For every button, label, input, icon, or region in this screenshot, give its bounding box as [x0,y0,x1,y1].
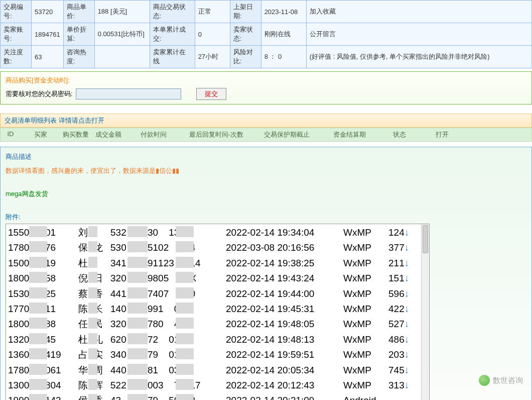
label-risk: 风险对比: [230,46,261,68]
description-panel: 商品描述 数据详情看图，感兴趣的来，便宜出了，数据来源是▮信公▮▮ mega网盘… [0,147,532,400]
value-list-date: 2023-11-08 [261,1,306,23]
value-watch: 63 [32,46,64,68]
product-info-table: 交易编号: 53720 商品单价: 188 [美元] 商品交易状态: 正常 上架… [0,0,532,68]
data-row: 1300008804陈0辉522000200300700172022-02-14… [8,378,427,393]
value-consult [94,46,150,68]
label-seller-status: 卖家状态: [230,23,261,46]
label-list-date: 上架日期: [230,1,261,23]
scroll-thumb[interactable] [423,225,428,253]
description-text: 数据详情看图，感兴趣的来，便宜出了，数据来源是▮信公▮▮ [6,166,526,175]
label-trade-id: 交易编号: [1,1,32,23]
detail-list-header[interactable]: 交易清单明细列表 详情请点击打开 [0,114,532,128]
data-row: 177000511陈0长1400009991000362022-02-14 19… [8,302,427,317]
label-watch: 关注度数: [1,46,32,68]
data-row: 178000776保0龙53000005102000142022-03-08 2… [8,240,427,255]
purchase-title: 商品购买[资金变动时]: [6,76,526,85]
label-price: 商品单价: [63,1,94,23]
text-risk-note: (好评值 : 风险值, 仅供参考, 单个买家指出的风险并非绝对风险) [306,46,531,68]
data-row: 1780006061华0周4400009810003532022-02-14 2… [8,363,427,378]
data-row: 1360000419占0实340000979000162022-02-14 19… [8,347,427,362]
attachment-label: 附件: [6,213,526,222]
watermark: ⋯ 数世咨询 [479,375,523,386]
col-paytime: 付款时间 [126,130,181,139]
description-title: 商品描述 [6,152,526,161]
value-risk: 8 ： 0 [261,46,306,68]
label-seller-id: 卖家账号: [1,23,32,46]
col-state: 状态 [377,130,422,139]
col-settle: 资金结算期 [322,130,377,139]
value-trade-id: 53720 [32,1,64,23]
col-qty: 购买数量 [61,130,91,139]
value-online: 27小时 [195,46,230,68]
scrollbar[interactable] [421,224,429,400]
value-status: 正常 [195,1,230,23]
purchase-panel: 商品购买[资金变动时]: 需要核对您的交易密码: 提交 [0,71,532,105]
col-amount: 成交金额 [91,130,126,139]
col-buyer: 买家 [21,130,61,139]
submit-button[interactable]: 提交 [196,88,226,100]
attachment-preview: 155000101刘053200003000132022-02-14 19:34… [6,224,430,400]
value-price: 188 [美元] [94,1,150,23]
label-consult: 咨询热度: [63,46,94,68]
value-discount: 0.00531[比特币] [94,23,150,46]
col-protect: 交易保护期截止 [251,130,322,139]
data-row: 180000058倪0日320000998050067X2022-02-14 1… [8,271,427,286]
label-status: 商品交易状态: [150,1,195,23]
data-row: 1990006143侯0香43000197900500832022-02-14 … [8,393,427,400]
label-online: 卖家累计在线 [150,46,195,68]
col-id: ID [1,130,21,139]
link-public-message[interactable]: 公开留言 [306,23,531,46]
col-reply: 最后回复时间-次数 [181,130,251,139]
trade-password-input[interactable] [76,88,181,99]
detail-list-header-text: 交易清单明细列表 详情请点击打开 [5,117,104,124]
label-deal-count: 本单累计成交: [150,23,195,46]
data-row: 180000788任0民3200009780004122022-02-14 19… [8,317,427,332]
data-row: 150000719杜0341000991123007142022-02-14 1… [8,256,427,271]
wechat-icon: ⋯ [479,375,490,386]
value-deal-count: 0 [195,23,230,46]
watermark-text: 数世咨询 [493,376,523,385]
value-seller-id: 1894761 [32,23,64,46]
purchase-prompt: 需要核对您的交易密码: [6,89,73,98]
link-add-favorite[interactable]: 加入收藏 [306,1,531,23]
data-row: 132000445杜0礼6200009720001X2022-02-14 19:… [8,332,427,347]
label-discount: 单价折算: [63,23,94,46]
col-open: 打开 [422,130,462,139]
value-seller-status: 刚刚在线 [261,23,306,46]
detail-columns: ID 买家 购买数量 成交金额 付款时间 最后回复时间-次数 交易保护期截止 资… [0,128,532,142]
data-row: 155000101刘053200003000132022-02-14 19:34… [8,225,427,240]
data-row: 153000025蔡0香44100097407006602022-02-14 1… [8,286,427,302]
delivery-text: mega网盘发货 [6,189,526,198]
